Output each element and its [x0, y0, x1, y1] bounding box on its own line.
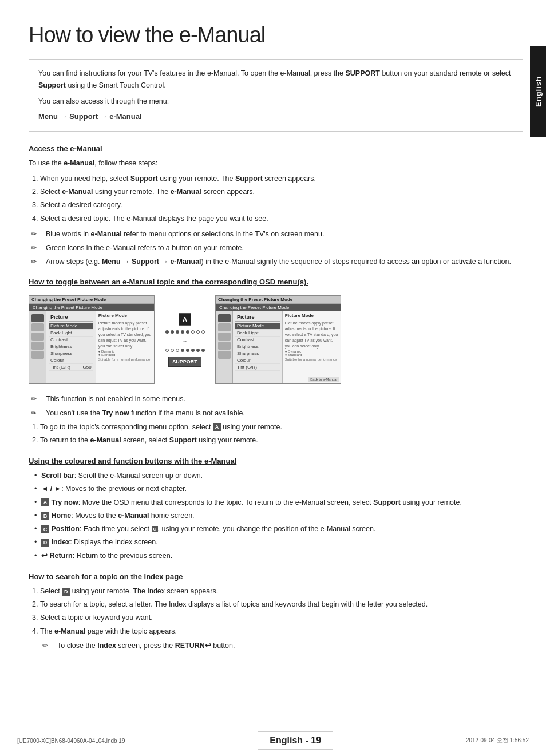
left-tv-header-highlight: Changing the Preset Picture Mode	[29, 304, 154, 311]
toggle-note-icon-1: ✏	[31, 394, 43, 405]
sidebar-icon-1	[31, 314, 44, 322]
left-tv-screen: Changing the Preset Picture Mode Changin…	[29, 295, 155, 384]
right-menu-item-6: Colour	[235, 357, 280, 364]
icon-b-home: B	[41, 512, 49, 520]
page-title: How to view the e-Manual	[29, 23, 523, 48]
icon-a-inline: A	[213, 423, 221, 431]
dots-top	[165, 330, 205, 334]
toggle-step-2: To return to the e-Manual screen, select…	[40, 434, 523, 446]
right-tv-content: Picture Mode Picture modes apply preset …	[283, 311, 341, 384]
sidebar-icon-4	[31, 342, 44, 350]
search-step-3: Select a topic or keyword you want.	[40, 612, 523, 624]
note-text-1: Blue words in e-Manual refer to menu opt…	[46, 228, 324, 240]
toggle-note-text-2: You can't use the Try now function if th…	[46, 407, 245, 419]
right-tv-header-highlight: Changing the Preset Picture Mode	[216, 304, 341, 311]
note-icon-3: ✏	[31, 256, 43, 267]
note-text-3: Arrow steps (e.g. Menu → Support → e-Man…	[46, 256, 511, 267]
footer: [UE7000-XC]BN68-04060A-04L04.indb 19 Eng…	[0, 725, 546, 756]
left-menu-item-7: Tint (G/R)G50	[49, 364, 93, 371]
right-menu-item-1: Picture Mode	[235, 323, 280, 330]
dot-3	[176, 330, 179, 334]
search-step-4: The e-Manual page with the topic appears…	[40, 626, 523, 651]
menu-path: Menu → Support → e-Manual	[38, 111, 513, 123]
dot-b7	[196, 349, 200, 352]
intro-menu-text: You can also access it through the menu:	[38, 96, 513, 108]
right-menu-item-2: Back Light	[235, 330, 280, 337]
note-text-2: Green icons in the e-Manual refers to a …	[46, 242, 244, 254]
left-tv-header: Changing the Preset Picture Mode	[29, 296, 154, 304]
search-heading: How to search for a topic on the index p…	[29, 572, 523, 581]
left-menu-item-6: Colour	[49, 357, 93, 364]
toggle-steps-list: To go to the topic's corresponding menu …	[40, 421, 523, 447]
btn-a: A	[179, 313, 191, 326]
smart-touch-bold: Support	[38, 81, 66, 89]
left-menu-item-1: Picture Mode	[49, 323, 93, 330]
footer-center: English - 19	[258, 731, 333, 750]
right-menu-item-5: Sharpness	[235, 350, 280, 357]
dot-6	[191, 330, 195, 334]
icon-a-try: A	[41, 498, 49, 506]
arrow-direction-hint: →	[183, 338, 188, 344]
search-steps-list: Select D using your remote. The Index sc…	[40, 585, 523, 651]
right-menu-item-7: Tint (G/R)	[235, 364, 280, 371]
right-tv-sidebar	[216, 311, 233, 384]
r-sidebar-icon-2	[218, 323, 231, 331]
search-note-text: To close the Index screen, press the RET…	[57, 640, 235, 651]
footer-page-label: English - 19	[258, 731, 333, 750]
dot-b2	[171, 349, 174, 352]
dot-b6	[191, 349, 195, 352]
right-tv-body: Picture Picture Mode Back Light Contrast…	[216, 311, 341, 384]
corner-tl	[3, 3, 7, 7]
dot-8	[201, 330, 205, 334]
search-step-1: Select D using your remote. The Index sc…	[40, 585, 523, 597]
r-sidebar-icon-4	[218, 342, 231, 350]
r-sidebar-icon-5	[218, 351, 231, 359]
right-tv-screen: Changing the Preset Picture Mode Changin…	[215, 295, 341, 384]
right-menu-item-4: Brightness	[235, 343, 280, 350]
note-icon-2: ✏	[31, 243, 43, 254]
coloured-heading: Using the coloured and function buttons …	[29, 457, 523, 465]
back-to-emanual-label: Back to e-Manual	[308, 377, 339, 382]
right-tv-header: Changing the Preset Picture Mode	[216, 296, 341, 304]
search-step-2: To search for a topic, select a letter. …	[40, 599, 523, 611]
note-blue-words: ✏ Blue words in e-Manual refer to menu o…	[29, 228, 523, 240]
dot-b8	[201, 349, 205, 352]
toggle-note-2: ✏ You can't use the Try now function if …	[29, 407, 523, 419]
toggle-heading: How to toggle between an e-Manual topic …	[29, 278, 523, 286]
search-note-icon: ✏	[42, 640, 55, 651]
left-menu-item-4: Brightness	[49, 343, 93, 350]
toggle-note-1: ✏ This function is not enabled in some m…	[29, 393, 523, 405]
left-tv-content: Picture Mode Picture modes apply preset …	[96, 311, 154, 384]
support-bold: SUPPORT	[346, 69, 380, 77]
left-tv-body: Picture Picture Mode Back Light Contrast…	[29, 311, 154, 384]
dot-4	[181, 330, 184, 334]
dot-2	[171, 330, 174, 334]
main-content: How to view the e-Manual You can find in…	[29, 0, 523, 689]
right-menu-item-3: Contrast	[235, 337, 280, 343]
left-content-text: Picture modes apply preset adjustments t…	[98, 320, 152, 349]
bullet-home: B Home: Moves to the e-Manual home scree…	[34, 510, 523, 522]
bullet-prev-next: ◄ / ►: Moves to the previous or next cha…	[34, 483, 523, 495]
icon-c-small: C	[152, 526, 158, 532]
left-menu-item-2: Back Light	[49, 330, 93, 337]
access-steps-list: When you need help, select Support using…	[40, 173, 523, 225]
right-content-title: Picture Mode	[285, 313, 338, 319]
dot-7	[196, 330, 200, 334]
corner-tr	[539, 3, 543, 7]
side-tab: English	[530, 46, 546, 137]
access-step-4: Select a desired topic. The e-Manual dis…	[40, 213, 523, 225]
dot-5	[186, 330, 189, 334]
right-content-text: Picture modes apply preset adjustments t…	[285, 320, 338, 349]
access-step-1: When you need help, select Support using…	[40, 173, 523, 185]
access-step-3: Select a desired category.	[40, 199, 523, 211]
access-heading: Access the e-Manual	[29, 144, 523, 153]
side-tab-label: English	[534, 76, 543, 107]
footer-left: [UE7000-XC]BN68-04060A-04L04.indb 19	[17, 738, 125, 744]
bullet-scrollbar: Scroll bar: Scroll the e-Manual screen u…	[34, 470, 523, 482]
bullet-return: ↩ Return: Return to the previous screen.	[34, 550, 523, 562]
bullet-trynow: A Try now: Move the OSD menu that corres…	[34, 497, 523, 509]
icon-d-search: D	[62, 588, 70, 596]
search-note: ✏ To close the Index screen, press the R…	[40, 640, 523, 651]
diagram-section: Changing the Preset Picture Mode Changin…	[29, 295, 523, 384]
toggle-note-text-1: This function is not enabled in some men…	[46, 393, 185, 405]
